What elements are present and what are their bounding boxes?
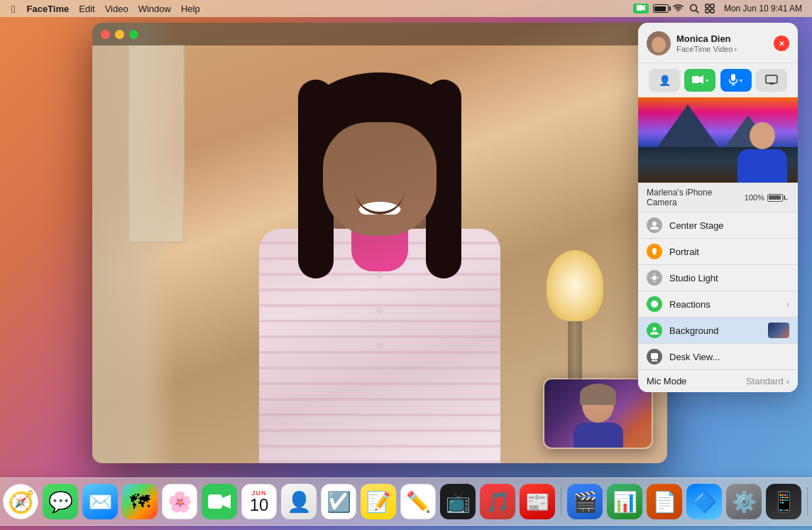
desk-view-label: Desk View...	[669, 352, 789, 362]
dock-settings[interactable]: ⚙️	[726, 484, 762, 519]
pip-body	[574, 423, 623, 449]
svg-marker-9	[699, 75, 703, 84]
thumbnail-bg	[768, 323, 789, 338]
close-window-button[interactable]	[101, 30, 110, 39]
dock-maps[interactable]: 🗺	[122, 484, 158, 519]
pip-person	[570, 380, 627, 448]
person-icon: 👤	[659, 75, 671, 86]
room-window	[128, 44, 185, 243]
video-preview-image	[638, 97, 798, 183]
dock-facetime[interactable]	[202, 484, 237, 519]
reactions-item[interactable]: Reactions ›	[638, 291, 798, 317]
mic-toggle-button[interactable]: ▾	[720, 69, 752, 92]
dock-freeform[interactable]: ✏️	[400, 484, 436, 519]
background-label: Background	[669, 325, 761, 336]
apple-menu[interactable]: 	[6, 0, 21, 17]
svg-point-17	[652, 276, 657, 280]
dock-calendar[interactable]: JUN 10	[241, 484, 277, 519]
studio-light-item[interactable]: Studio Light	[638, 265, 798, 291]
contact-subtitle: FaceTime Video ›	[676, 45, 737, 53]
studio-light-icon	[647, 270, 662, 286]
video-dropdown-icon: ▾	[706, 77, 708, 84]
svg-rect-26	[651, 353, 658, 359]
camera-source-row: Marlena's iPhone Camera 100% ⌄	[638, 183, 798, 212]
window-menu[interactable]: Window	[134, 0, 175, 17]
svg-point-16	[652, 222, 657, 226]
desk-view-item[interactable]: Desk View...	[638, 344, 798, 369]
video-toggle-button[interactable]: ▾	[684, 69, 715, 92]
minimize-window-button[interactable]	[115, 30, 124, 39]
preview-person-body	[737, 149, 787, 183]
facetime-menubar-icon[interactable]	[633, 4, 649, 13]
video-icon	[692, 75, 703, 86]
dock-notes[interactable]: 📝	[361, 484, 396, 519]
dock-music[interactable]: 🎵	[480, 484, 515, 519]
screen-share-icon	[765, 75, 778, 87]
close-call-button[interactable]	[774, 36, 789, 51]
battery-percentage: 100%	[745, 193, 764, 202]
dock-appstore[interactable]: 🔷	[686, 484, 722, 519]
clock[interactable]: Mon Jun 10 9:41 AM	[720, 0, 806, 17]
edit-menu[interactable]: Edit	[75, 0, 99, 17]
svg-point-23	[652, 303, 654, 304]
dock-contacts[interactable]: 👤	[281, 484, 317, 519]
dock-pages[interactable]: 📄	[647, 484, 682, 519]
reactions-label: Reactions	[669, 299, 779, 310]
mic-mode-row[interactable]: Mic Mode Standard ›	[638, 370, 798, 392]
center-stage-item[interactable]: Center Stage	[638, 212, 798, 238]
svg-line-3	[696, 11, 698, 13]
svg-rect-13	[766, 75, 777, 83]
video-menu[interactable]: Video	[101, 0, 133, 17]
picture-in-picture-video[interactable]	[543, 378, 653, 449]
contact-name: Monica Dien	[676, 33, 737, 45]
shirt-button-1	[376, 271, 383, 278]
background-icon	[647, 323, 662, 338]
menubar-right: Mon Jun 10 9:41 AM	[633, 0, 806, 17]
preview-person	[734, 112, 791, 183]
mute-person-button[interactable]: 👤	[649, 69, 680, 92]
battery-indicator	[767, 194, 783, 202]
svg-point-25	[653, 328, 657, 331]
camera-battery-info: 100%	[745, 193, 783, 202]
maximize-window-button[interactable]	[129, 30, 138, 39]
dock-keynote[interactable]: 🎬	[567, 484, 603, 519]
battery-fill-inner	[769, 195, 781, 200]
dock: 🚀 🧭 💬 ✉️ 🗺 🌸 JUN 10 👤 ☑️ 📝 ✏️ 📺	[0, 477, 812, 526]
shirt-button-2	[376, 307, 383, 314]
dock-photos[interactable]: 🌸	[162, 484, 197, 519]
portrait-label: Portrait	[669, 247, 789, 257]
dock-reminders[interactable]: ☑️	[321, 484, 356, 519]
pip-head	[582, 387, 614, 423]
center-stage-icon	[647, 217, 662, 233]
dock-iphone-mirror[interactable]: 📱	[766, 484, 801, 519]
search-menubar-icon[interactable]	[688, 3, 700, 14]
preview-person-head	[750, 122, 775, 149]
svg-marker-1	[642, 5, 645, 11]
dock-messages[interactable]: 💬	[43, 484, 78, 519]
svg-rect-7	[710, 9, 714, 13]
portrait-item[interactable]: Portrait	[638, 239, 798, 264]
help-menu[interactable]: Help	[177, 0, 204, 17]
dock-numbers[interactable]: 📊	[607, 484, 642, 519]
shirt-buttons	[376, 271, 383, 350]
app-name-menu[interactable]: FaceTime	[22, 0, 73, 17]
call-controls-row: 👤 ▾ ▾	[638, 63, 798, 97]
portrait-icon	[647, 244, 662, 259]
avatar-head	[652, 37, 666, 53]
dock-safari[interactable]: 🧭	[3, 484, 38, 519]
svg-point-24	[655, 303, 657, 304]
dock-news[interactable]: 📰	[520, 484, 555, 519]
dock-appletv[interactable]: 📺	[440, 484, 476, 519]
avatar-inner	[647, 31, 671, 55]
svg-marker-0	[637, 5, 642, 11]
avatar	[647, 31, 671, 55]
video-person	[177, 37, 582, 463]
dock-mail[interactable]: ✉️	[82, 484, 118, 519]
video-feed-background	[92, 23, 667, 463]
screen-share-button[interactable]	[756, 69, 787, 92]
control-center-icon[interactable]	[704, 3, 715, 14]
dock-separator-2	[807, 487, 808, 516]
background-item[interactable]: Background	[638, 318, 798, 343]
mic-mode-label: Mic Mode	[647, 376, 686, 386]
pip-hair	[580, 384, 616, 405]
